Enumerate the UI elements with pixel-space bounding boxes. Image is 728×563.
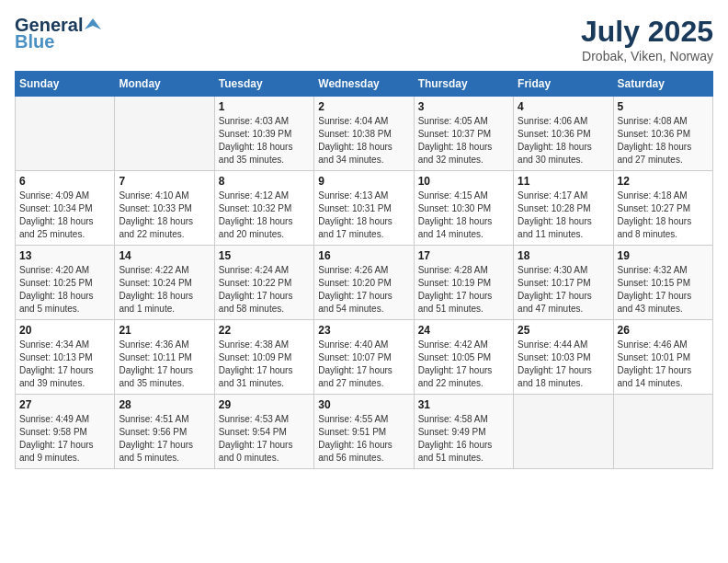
day-info: Sunrise: 4:36 AM Sunset: 10:11 PM Daylig… (119, 339, 210, 390)
day-number: 13 (19, 249, 110, 262)
day-info: Sunrise: 4:40 AM Sunset: 10:07 PM Daylig… (318, 339, 409, 390)
day-number: 16 (318, 249, 409, 262)
day-number: 30 (318, 398, 409, 411)
calendar-cell: 12Sunrise: 4:18 AM Sunset: 10:27 PM Dayl… (613, 171, 712, 246)
day-info: Sunrise: 4:53 AM Sunset: 9:54 PM Dayligh… (219, 413, 310, 465)
page-header: General Blue July 2025 Drobak, Viken, No… (15, 15, 713, 63)
day-number: 10 (418, 175, 509, 188)
day-info: Sunrise: 4:30 AM Sunset: 10:17 PM Daylig… (518, 264, 609, 316)
day-info: Sunrise: 4:17 AM Sunset: 10:28 PM Daylig… (518, 190, 609, 241)
day-of-week-header: Thursday (414, 72, 513, 97)
calendar-week-row: 20Sunrise: 4:34 AM Sunset: 10:13 PM Dayl… (16, 320, 713, 395)
calendar-cell: 9Sunrise: 4:13 AM Sunset: 10:31 PM Dayli… (314, 171, 414, 246)
calendar-cell: 26Sunrise: 4:46 AM Sunset: 10:01 PM Dayl… (613, 320, 712, 395)
calendar-cell: 23Sunrise: 4:40 AM Sunset: 10:07 PM Dayl… (314, 320, 414, 395)
calendar-cell: 5Sunrise: 4:08 AM Sunset: 10:36 PM Dayli… (613, 97, 712, 171)
calendar-subtitle: Drobak, Viken, Norway (581, 49, 713, 63)
day-number: 9 (318, 175, 409, 188)
day-number: 23 (318, 324, 409, 337)
day-of-week-header: Saturday (613, 72, 712, 97)
day-number: 14 (119, 249, 210, 262)
day-info: Sunrise: 4:44 AM Sunset: 10:03 PM Daylig… (518, 339, 609, 390)
day-number: 8 (219, 175, 310, 188)
logo: General Blue (15, 15, 101, 52)
calendar-week-row: 13Sunrise: 4:20 AM Sunset: 10:25 PM Dayl… (16, 246, 713, 320)
day-number: 7 (119, 175, 210, 188)
calendar-title: July 2025 (581, 15, 713, 49)
day-info: Sunrise: 4:10 AM Sunset: 10:33 PM Daylig… (119, 190, 210, 241)
calendar-cell: 31Sunrise: 4:58 AM Sunset: 9:49 PM Dayli… (414, 395, 513, 469)
day-number: 25 (518, 324, 609, 337)
day-number: 19 (618, 249, 709, 262)
day-info: Sunrise: 4:13 AM Sunset: 10:31 PM Daylig… (318, 190, 409, 241)
day-info: Sunrise: 4:20 AM Sunset: 10:25 PM Daylig… (19, 264, 110, 316)
calendar-cell: 11Sunrise: 4:17 AM Sunset: 10:28 PM Dayl… (514, 171, 613, 246)
calendar-cell: 1Sunrise: 4:03 AM Sunset: 10:39 PM Dayli… (214, 97, 313, 171)
day-info: Sunrise: 4:03 AM Sunset: 10:39 PM Daylig… (219, 115, 310, 167)
day-info: Sunrise: 4:58 AM Sunset: 9:49 PM Dayligh… (418, 413, 509, 465)
calendar-cell: 25Sunrise: 4:44 AM Sunset: 10:03 PM Dayl… (514, 320, 613, 395)
day-number: 24 (418, 324, 509, 337)
day-info: Sunrise: 4:38 AM Sunset: 10:09 PM Daylig… (219, 339, 310, 390)
day-info: Sunrise: 4:22 AM Sunset: 10:24 PM Daylig… (119, 264, 210, 316)
day-of-week-header: Tuesday (214, 72, 313, 97)
day-number: 27 (19, 398, 110, 411)
calendar-cell: 17Sunrise: 4:28 AM Sunset: 10:19 PM Dayl… (414, 246, 513, 320)
day-info: Sunrise: 4:04 AM Sunset: 10:38 PM Daylig… (318, 115, 409, 167)
day-number: 3 (418, 100, 509, 113)
day-number: 17 (418, 249, 509, 262)
day-info: Sunrise: 4:32 AM Sunset: 10:15 PM Daylig… (618, 264, 709, 316)
calendar-cell: 30Sunrise: 4:55 AM Sunset: 9:51 PM Dayli… (314, 395, 414, 469)
calendar-cell: 19Sunrise: 4:32 AM Sunset: 10:15 PM Dayl… (613, 246, 712, 320)
day-of-week-header: Wednesday (314, 72, 414, 97)
day-info: Sunrise: 4:06 AM Sunset: 10:36 PM Daylig… (518, 115, 609, 167)
day-number: 6 (19, 175, 110, 188)
day-info: Sunrise: 4:51 AM Sunset: 9:56 PM Dayligh… (119, 413, 210, 465)
calendar-cell: 6Sunrise: 4:09 AM Sunset: 10:34 PM Dayli… (16, 171, 115, 246)
calendar-cell: 13Sunrise: 4:20 AM Sunset: 10:25 PM Dayl… (16, 246, 115, 320)
day-info: Sunrise: 4:55 AM Sunset: 9:51 PM Dayligh… (318, 413, 409, 465)
day-number: 28 (119, 398, 210, 411)
calendar-header: SundayMondayTuesdayWednesdayThursdayFrid… (16, 72, 713, 97)
calendar-cell: 8Sunrise: 4:12 AM Sunset: 10:32 PM Dayli… (214, 171, 313, 246)
calendar-cell: 18Sunrise: 4:30 AM Sunset: 10:17 PM Dayl… (514, 246, 613, 320)
day-of-week-header: Friday (514, 72, 613, 97)
day-info: Sunrise: 4:09 AM Sunset: 10:34 PM Daylig… (19, 190, 110, 241)
day-info: Sunrise: 4:24 AM Sunset: 10:22 PM Daylig… (219, 264, 310, 316)
calendar-cell: 28Sunrise: 4:51 AM Sunset: 9:56 PM Dayli… (115, 395, 214, 469)
day-info: Sunrise: 4:34 AM Sunset: 10:13 PM Daylig… (19, 339, 110, 390)
calendar-body: 1Sunrise: 4:03 AM Sunset: 10:39 PM Dayli… (16, 97, 713, 469)
calendar-cell: 3Sunrise: 4:05 AM Sunset: 10:37 PM Dayli… (414, 97, 513, 171)
day-number: 20 (19, 324, 110, 337)
day-info: Sunrise: 4:05 AM Sunset: 10:37 PM Daylig… (418, 115, 509, 167)
day-info: Sunrise: 4:28 AM Sunset: 10:19 PM Daylig… (418, 264, 509, 316)
calendar-cell (115, 97, 214, 171)
calendar-cell (16, 97, 115, 171)
calendar-cell: 20Sunrise: 4:34 AM Sunset: 10:13 PM Dayl… (16, 320, 115, 395)
calendar-cell: 21Sunrise: 4:36 AM Sunset: 10:11 PM Dayl… (115, 320, 214, 395)
logo-blue-text: Blue (15, 31, 101, 52)
calendar-week-row: 1Sunrise: 4:03 AM Sunset: 10:39 PM Dayli… (16, 97, 713, 171)
calendar-week-row: 27Sunrise: 4:49 AM Sunset: 9:58 PM Dayli… (16, 395, 713, 469)
calendar-cell (514, 395, 613, 469)
calendar-week-row: 6Sunrise: 4:09 AM Sunset: 10:34 PM Dayli… (16, 171, 713, 246)
calendar-cell: 7Sunrise: 4:10 AM Sunset: 10:33 PM Dayli… (115, 171, 214, 246)
calendar-cell: 2Sunrise: 4:04 AM Sunset: 10:38 PM Dayli… (314, 97, 414, 171)
days-row: SundayMondayTuesdayWednesdayThursdayFrid… (16, 72, 713, 97)
day-number: 29 (219, 398, 310, 411)
day-info: Sunrise: 4:12 AM Sunset: 10:32 PM Daylig… (219, 190, 310, 241)
day-info: Sunrise: 4:46 AM Sunset: 10:01 PM Daylig… (618, 339, 709, 390)
day-info: Sunrise: 4:15 AM Sunset: 10:30 PM Daylig… (418, 190, 509, 241)
calendar-cell: 14Sunrise: 4:22 AM Sunset: 10:24 PM Dayl… (115, 246, 214, 320)
day-number: 2 (318, 100, 409, 113)
calendar-cell: 4Sunrise: 4:06 AM Sunset: 10:36 PM Dayli… (514, 97, 613, 171)
calendar-cell (613, 395, 712, 469)
day-number: 15 (219, 249, 310, 262)
calendar-cell: 16Sunrise: 4:26 AM Sunset: 10:20 PM Dayl… (314, 246, 414, 320)
day-number: 1 (219, 100, 310, 113)
calendar-cell: 24Sunrise: 4:42 AM Sunset: 10:05 PM Dayl… (414, 320, 513, 395)
calendar-cell: 27Sunrise: 4:49 AM Sunset: 9:58 PM Dayli… (16, 395, 115, 469)
day-number: 26 (618, 324, 709, 337)
day-number: 11 (518, 175, 609, 188)
title-block: July 2025 Drobak, Viken, Norway (581, 15, 713, 63)
